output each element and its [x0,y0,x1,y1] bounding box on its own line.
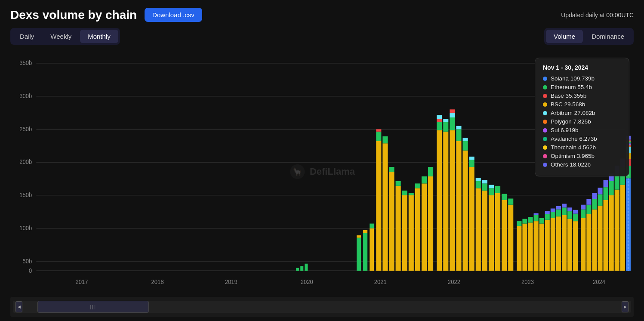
svg-rect-134 [609,181,614,195]
svg-rect-82 [489,185,494,188]
svg-rect-34 [370,224,374,228]
svg-rect-118 [581,218,585,271]
tooltip-chain-label: Polygon 7.825b [551,118,591,125]
svg-rect-32 [363,230,367,233]
svg-rect-72 [469,160,475,167]
tab-dominance[interactable]: Dominance [584,30,632,43]
tab-weekly[interactable]: Weekly [43,30,79,43]
svg-rect-37 [376,129,381,131]
svg-rect-98 [539,224,544,271]
svg-rect-109 [562,215,567,271]
tooltip-chain-label: Arbitrum 27.082b [551,110,595,116]
tooltip-chain-label: Solana 109.739b [551,75,595,82]
chart-area: Nov 1 - 30, 2024 Solana 109.739bEthereum… [10,49,634,317]
tooltip-row: Thorchain 4.562b [543,144,621,151]
svg-rect-120 [581,205,585,210]
svg-rect-86 [502,194,507,200]
svg-rect-136 [615,190,619,271]
tooltip-row: Optimism 3.965b [543,153,621,159]
svg-rect-125 [592,199,597,210]
svg-rect-128 [598,194,602,206]
svg-rect-29 [357,238,361,271]
svg-rect-46 [409,195,414,271]
svg-text:0: 0 [29,267,32,274]
svg-rect-74 [476,188,481,271]
svg-rect-101 [545,214,550,220]
tab-monthly[interactable]: Monthly [80,30,118,43]
tooltip-row: Avalanche 6.273b [543,136,621,142]
svg-rect-123 [586,199,591,205]
svg-rect-84 [495,186,500,193]
tooltip-dot [543,128,547,133]
tooltip-chain-label: Avalanche 6.273b [551,136,597,142]
svg-rect-131 [604,187,608,200]
tooltip-chain-label: BSC 29.568b [551,101,585,108]
tooltip-row: BSC 29.568b [543,101,621,108]
chart-wrapper: Nov 1 - 30, 2024 Solana 109.739bEthereum… [10,49,634,294]
svg-rect-90 [517,221,521,226]
svg-text:2021: 2021 [374,278,387,285]
svg-rect-51 [422,176,427,183]
scrollbar-thumb[interactable]: ||| [37,301,149,313]
svg-rect-27 [300,266,303,271]
svg-rect-36 [376,132,381,141]
svg-rect-75 [476,181,481,188]
scrollbar-right-handle[interactable]: ▶ [622,301,629,312]
svg-rect-50 [422,183,427,271]
tooltip-row: Sui 6.919b [543,127,621,133]
scrollbar-thumb-handle: ||| [90,304,97,309]
svg-rect-39 [382,136,388,143]
svg-rect-70 [463,138,468,141]
svg-rect-121 [586,214,591,271]
svg-rect-54 [437,130,442,271]
svg-rect-87 [508,205,513,271]
svg-text:2018: 2018 [151,278,164,285]
svg-rect-122 [586,205,591,214]
svg-rect-139 [620,185,625,271]
svg-rect-64 [450,109,455,113]
svg-rect-62 [450,117,455,130]
tooltip-dot [543,102,547,107]
svg-text:300b: 300b [19,93,32,99]
svg-rect-40 [389,172,394,271]
header-left: Dexs volume by chain Download .csv [10,8,202,22]
tab-volume[interactable]: Volume [546,30,583,43]
tab-daily[interactable]: Daily [12,30,42,43]
svg-rect-26 [296,268,299,271]
svg-rect-113 [567,211,572,219]
scrollbar-track[interactable]: ◀ ||| ▶ [13,301,631,313]
svg-text:150b: 150b [19,192,32,199]
svg-rect-127 [598,206,602,271]
tooltip-row: Base 35.355b [543,93,621,99]
svg-text:2024: 2024 [593,278,605,285]
svg-rect-66 [456,129,461,141]
svg-rect-41 [389,167,394,172]
download-button[interactable]: Download .csv [145,8,202,22]
tooltip-date: Nov 1 - 30, 2024 [543,64,621,71]
svg-rect-31 [363,233,367,271]
svg-rect-100 [545,220,550,271]
svg-rect-114 [567,207,572,211]
svg-rect-104 [551,212,555,218]
svg-text:2019: 2019 [225,278,237,285]
svg-rect-115 [573,221,578,271]
tooltip: Nov 1 - 30, 2024 Solana 109.739bEthereum… [535,58,629,176]
svg-rect-130 [604,200,608,271]
svg-rect-71 [469,167,475,271]
svg-text:2022: 2022 [448,278,460,285]
tooltip-chain-label: Sui 6.919b [551,127,579,133]
svg-rect-79 [482,180,487,184]
tooltip-dot [543,137,547,141]
svg-rect-91 [522,224,527,271]
svg-rect-55 [437,122,442,130]
svg-rect-97 [534,213,539,215]
svg-rect-94 [528,217,533,222]
svg-rect-48 [415,188,420,271]
svg-rect-119 [581,210,585,218]
svg-text:350b: 350b [19,60,32,67]
tooltip-row: Arbitrum 27.082b [543,110,621,116]
svg-rect-96 [534,215,539,221]
svg-rect-43 [396,181,401,186]
scrollbar-left-handle[interactable]: ◀ [15,301,22,312]
svg-rect-67 [456,126,461,130]
